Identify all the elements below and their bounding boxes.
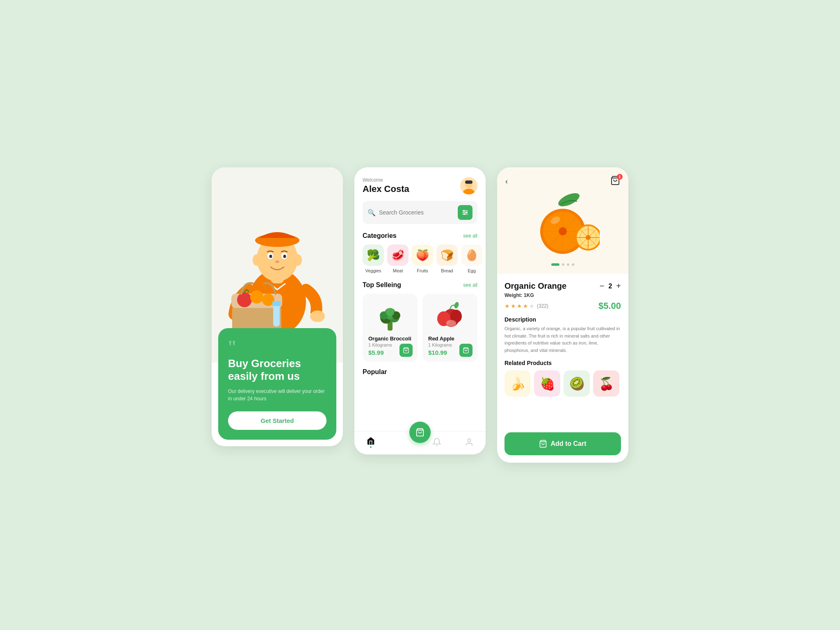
- top-selling-header: Top Selleing see all: [363, 281, 477, 289]
- category-meat[interactable]: 🥩 Meat: [387, 244, 409, 273]
- svg-point-8: [283, 255, 286, 258]
- svg-point-54: [559, 227, 567, 235]
- category-egg[interactable]: 🥚 Egg: [461, 244, 482, 273]
- svg-point-9: [275, 260, 279, 263]
- product-hero-section: ‹ 1: [497, 167, 628, 274]
- category-icon-meat: 🥩: [387, 244, 409, 266]
- screens-container: " Buy Groceries easily from us Our deliv…: [212, 167, 628, 463]
- add-to-cart-apple[interactable]: [459, 344, 472, 357]
- review-count: (322): [537, 303, 548, 309]
- screen3-product-detail: ‹ 1: [497, 167, 628, 463]
- category-label-fruits: Fruits: [417, 268, 428, 273]
- svg-point-36: [386, 308, 394, 316]
- nav-profile[interactable]: [465, 438, 474, 447]
- related-products-list: 🍌 🍓 🥝 🍒: [504, 370, 621, 397]
- svg-point-14: [237, 292, 252, 307]
- weight-value: 1KG: [524, 292, 534, 298]
- svg-point-45: [468, 439, 471, 442]
- related-strawberry[interactable]: 🍓: [534, 370, 560, 397]
- category-bread[interactable]: 🍞 Bread: [436, 244, 458, 273]
- svg-point-15: [250, 290, 263, 304]
- category-icon-veggies: 🥦: [363, 244, 384, 266]
- nav-home[interactable]: [366, 436, 375, 448]
- dot-4: [572, 263, 574, 266]
- quote-mark: ": [228, 340, 326, 355]
- category-label-egg: Egg: [468, 268, 476, 273]
- svg-rect-18: [272, 301, 281, 306]
- related-avocado[interactable]: 🥝: [564, 370, 590, 397]
- category-fruits[interactable]: 🍑 Fruits: [412, 244, 433, 273]
- add-to-cart-label: Add to Cart: [550, 440, 586, 447]
- svg-rect-4: [256, 238, 299, 244]
- screen2-home: Welcome Alex Costa 🔍: [354, 167, 486, 454]
- product-img-broccoli: [368, 299, 412, 332]
- cart-badge: 1: [617, 174, 623, 180]
- search-bar[interactable]: 🔍: [363, 201, 477, 224]
- product-hero-nav: ‹ 1: [505, 176, 620, 187]
- dot-2: [562, 263, 564, 266]
- product-weight-row: Weight: 1KG: [504, 292, 621, 298]
- weight-label: Weight:: [504, 292, 524, 298]
- home-active-dot: [370, 446, 372, 448]
- screen1-subtitle: Our delivery executive will deliver your…: [228, 388, 326, 402]
- top-selling-see-all[interactable]: see all: [463, 282, 477, 288]
- avatar[interactable]: [460, 177, 477, 194]
- categories-list: 🥦 Veggies 🥩 Meat 🍑 Fruits 🍞 Bread 🥚: [363, 244, 477, 273]
- product-card-apple[interactable]: Red Apple 1 Kilograms $10.99: [422, 294, 477, 362]
- screen2-header: Welcome Alex Costa: [363, 177, 477, 194]
- search-input[interactable]: [379, 209, 454, 216]
- svg-point-11: [294, 254, 302, 266]
- screen1-onboarding: " Buy Groceries easily from us Our deliv…: [212, 167, 343, 446]
- product-title-row: Organic Orange − 2 +: [504, 281, 621, 291]
- add-to-cart-button[interactable]: Add to Cart: [504, 432, 621, 455]
- related-banana[interactable]: 🍌: [504, 370, 531, 397]
- svg-point-7: [269, 255, 272, 258]
- star-2: ★: [511, 303, 516, 309]
- rating-price-row: ★ ★ ★ ★ ★ (322) $5.00: [504, 301, 621, 311]
- product-price-detail: $5.00: [598, 301, 621, 311]
- svg-point-58: [586, 235, 591, 240]
- related-cherry[interactable]: 🍒: [593, 370, 619, 397]
- add-to-cart-broccoli[interactable]: [399, 344, 413, 357]
- nav-bell[interactable]: [432, 438, 441, 447]
- svg-point-29: [463, 213, 465, 215]
- svg-point-28: [466, 212, 467, 213]
- svg-point-19: [310, 310, 325, 322]
- star-rating: ★ ★ ★ ★ ★ (322): [504, 303, 548, 309]
- category-label-veggies: Veggies: [365, 268, 381, 273]
- star-1: ★: [504, 303, 510, 309]
- back-button[interactable]: ‹: [505, 177, 508, 186]
- hero-fruit-image: [505, 190, 620, 260]
- search-icon: 🔍: [368, 209, 376, 217]
- description-title: Description: [504, 316, 621, 323]
- screen1-title: Buy Groceries easily from us: [228, 357, 326, 383]
- product-img-apple: [428, 299, 472, 332]
- dot-1: [551, 263, 559, 266]
- cart-fab-button[interactable]: [409, 422, 431, 443]
- screen1-promo-card: " Buy Groceries easily from us Our deliv…: [218, 328, 336, 440]
- category-icon-fruits: 🍑: [412, 244, 433, 266]
- quantity-increase-button[interactable]: +: [616, 281, 621, 291]
- categories-see-all[interactable]: see all: [463, 233, 477, 239]
- product-card-broccoli[interactable]: Organic Broccoli 1 Kilograms $5.99: [363, 294, 418, 362]
- bottom-nav: 🛒: [354, 431, 486, 454]
- get-started-button[interactable]: Get Started: [228, 411, 326, 430]
- quantity-decrease-button[interactable]: −: [600, 281, 605, 291]
- star-4: ★: [523, 303, 528, 309]
- category-label-bread: Bread: [441, 268, 453, 273]
- category-icon-bread: 🍞: [436, 244, 458, 266]
- cart-icon-badge[interactable]: 1: [610, 176, 620, 187]
- welcome-text: Welcome: [363, 177, 409, 183]
- filter-button[interactable]: [458, 205, 472, 220]
- star-3: ★: [517, 303, 522, 309]
- category-veggies[interactable]: 🥦 Veggies: [363, 244, 384, 273]
- categories-title: Categories: [363, 232, 397, 240]
- product-detail-title: Organic Orange: [504, 281, 566, 291]
- svg-point-10: [253, 254, 261, 266]
- category-label-meat: Meat: [393, 268, 403, 273]
- hero-image-dots: [505, 263, 620, 266]
- svg-point-27: [463, 210, 465, 212]
- description-text: Organic, a variety of orange, is a popul…: [504, 325, 621, 354]
- quantity-value: 2: [608, 283, 612, 290]
- svg-rect-17: [273, 304, 280, 326]
